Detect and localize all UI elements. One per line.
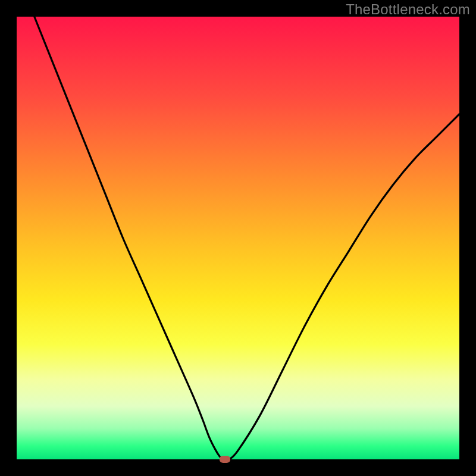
watermark-text: TheBottleneck.com — [346, 1, 470, 18]
optimal-point-marker — [220, 456, 230, 463]
plot-area — [17, 17, 459, 459]
curve-svg — [17, 17, 459, 459]
chart-container: TheBottleneck.com — [0, 0, 476, 476]
bottleneck-curve — [35, 17, 459, 459]
